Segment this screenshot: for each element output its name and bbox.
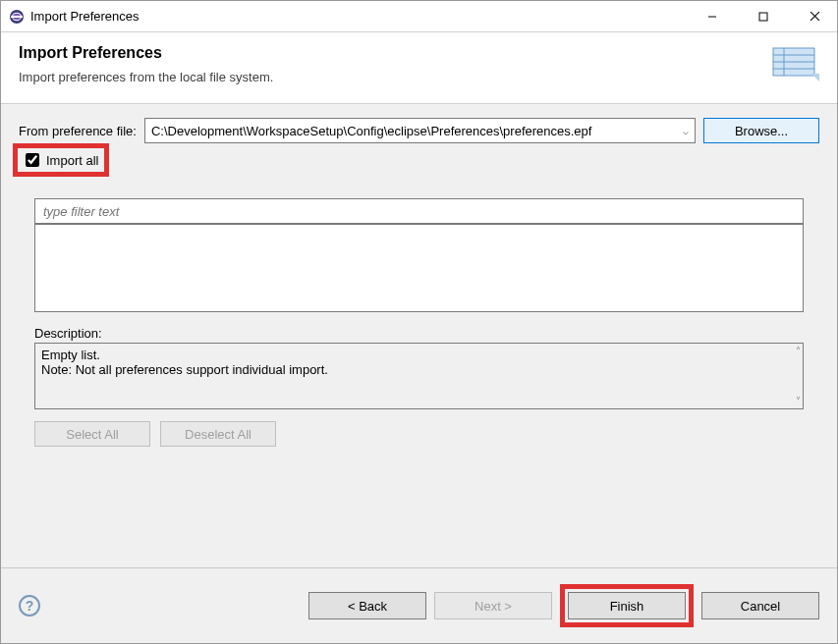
- scroll-down-icon[interactable]: ˅: [796, 396, 801, 406]
- description-line2: Note: Not all preferences support indivi…: [41, 362, 797, 377]
- chevron-down-icon: ⌵: [683, 126, 689, 136]
- import-all-label: Import all: [46, 153, 98, 168]
- svg-rect-3: [11, 16, 23, 18]
- preferences-banner-icon: [768, 44, 819, 87]
- close-button[interactable]: [792, 1, 837, 31]
- finish-highlight: Finish: [560, 584, 694, 627]
- next-button: Next >: [434, 592, 552, 619]
- svg-rect-5: [759, 13, 767, 21]
- description-label: Description:: [34, 326, 804, 341]
- preference-file-value: C:\Development\WorkspaceSetup\Config\ecl…: [151, 124, 592, 138]
- eclipse-icon: [9, 9, 25, 25]
- dialog-footer: ? < Back Next > Finish Cancel: [1, 568, 837, 643]
- back-button[interactable]: < Back: [308, 592, 426, 619]
- page-title: Import Preferences: [19, 44, 273, 62]
- preferences-list[interactable]: [34, 224, 804, 312]
- help-icon[interactable]: ?: [19, 595, 40, 617]
- finish-button[interactable]: Finish: [568, 592, 686, 619]
- select-all-button: Select All: [34, 421, 150, 447]
- filter-input[interactable]: [34, 198, 804, 224]
- import-all-highlight: Import all: [13, 143, 109, 177]
- scroll-up-icon[interactable]: ˄: [796, 346, 801, 356]
- window-title: Import Preferences: [30, 9, 140, 24]
- import-all-checkbox-wrap[interactable]: Import all: [22, 150, 98, 170]
- file-row: From preference file: C:\Development\Wor…: [19, 118, 819, 143]
- file-label: From preference file:: [19, 124, 137, 138]
- cancel-button[interactable]: Cancel: [701, 592, 819, 619]
- preference-file-combo[interactable]: C:\Development\WorkspaceSetup\Config\ecl…: [144, 118, 696, 143]
- import-preferences-window: Import Preferences Import Preferences Im…: [0, 0, 838, 644]
- browse-button[interactable]: Browse...: [703, 118, 819, 143]
- description-line1: Empty list.: [41, 348, 797, 362]
- dialog-content: From preference file: C:\Development\Wor…: [1, 104, 837, 534]
- description-box: Empty list. Note: Not all preferences su…: [34, 343, 804, 409]
- import-all-checkbox[interactable]: [26, 153, 39, 167]
- maximize-button[interactable]: [741, 1, 786, 31]
- titlebar: Import Preferences: [1, 1, 837, 32]
- svg-marker-13: [811, 74, 819, 81]
- deselect-all-button: Deselect All: [160, 421, 276, 447]
- minimize-button[interactable]: [690, 1, 735, 31]
- page-subtitle: Import preferences from the local file s…: [19, 70, 273, 84]
- dialog-header: Import Preferences Import preferences fr…: [1, 32, 837, 104]
